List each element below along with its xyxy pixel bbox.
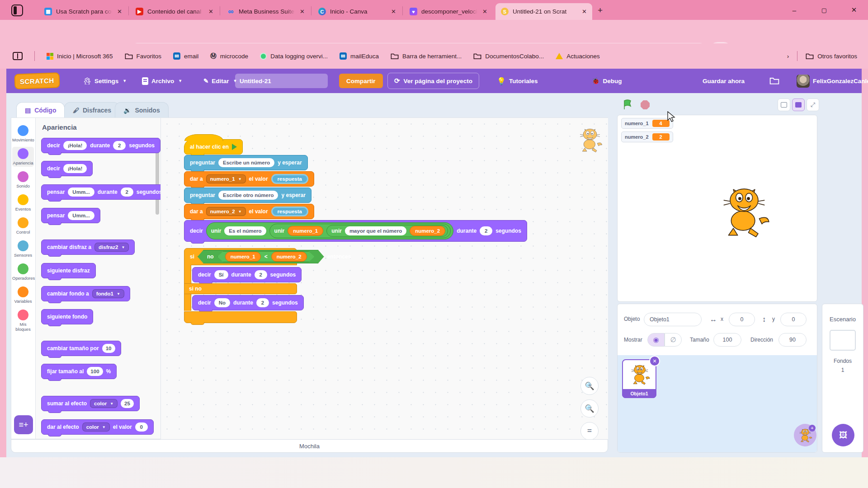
backpack-bar[interactable]: Mochila xyxy=(11,439,608,453)
category-apariencia[interactable]: Apariencia xyxy=(12,147,34,167)
browser-tab[interactable]: ▶ Contenido del canal ✕ xyxy=(130,3,219,20)
bookmark-item[interactable]: Data logging overvi... xyxy=(260,53,328,60)
save-now-button[interactable]: Guardar ahora xyxy=(703,69,745,93)
sprite-y-input[interactable]: 0 xyxy=(780,313,807,326)
palette-block-say-for[interactable]: decir¡Hola!durante2segundos xyxy=(41,138,160,153)
palette-block-set-size[interactable]: fijar tamaño al100% xyxy=(41,364,117,379)
palette-block-say[interactable]: decir¡Hola! xyxy=(41,161,93,176)
script-if-block[interactable]: si no numero_1 < numero_2 entonces xyxy=(184,248,297,265)
zoom-in-button[interactable]: 🔍+ xyxy=(580,377,599,395)
sprite-name-input[interactable]: Objeto1 xyxy=(644,313,702,326)
add-sprite-button[interactable]: + xyxy=(794,424,816,446)
large-stage-button[interactable] xyxy=(792,99,805,111)
tab-close-icon[interactable]: ✕ xyxy=(481,8,488,15)
variable-numero2[interactable]: numero_2 xyxy=(271,252,307,262)
script-ask-2[interactable]: preguntarEscribe otro númeroy esperar xyxy=(184,188,311,203)
tab-sounds[interactable]: 🔉Sonidos xyxy=(115,102,169,118)
small-stage-button[interactable] xyxy=(778,99,790,111)
palette-block-switch-backdrop[interactable]: cambiar fondo afondo1▼ xyxy=(41,286,130,301)
tutorials-button[interactable]: 💡Tutoriales xyxy=(497,69,538,93)
edit-menu[interactable]: ✎Editar▼ xyxy=(203,69,237,93)
tab-code[interactable]: ▤Código xyxy=(16,102,65,118)
bookmark-item[interactable]: Barra de herramient... xyxy=(391,53,462,60)
variable-monitor[interactable]: numero_22 xyxy=(621,131,673,142)
palette-block-change-size[interactable]: cambiar tamaño por10 xyxy=(41,341,121,356)
hide-sprite-button[interactable]: ∅ xyxy=(665,333,682,347)
sprite-x-input[interactable]: 0 xyxy=(729,313,755,326)
bookmark-item[interactable]: DocumentosColabo... xyxy=(473,53,544,60)
variable-monitor[interactable]: numero_14 xyxy=(621,118,673,129)
view-project-page-button[interactable]: ⟳Ver página del proyecto xyxy=(387,73,479,89)
fullscreen-button[interactable]: ⤢ xyxy=(807,99,819,111)
category-operadores[interactable]: Operadores xyxy=(12,263,34,281)
other-favorites[interactable]: Otros favoritos xyxy=(806,53,857,60)
account-menu[interactable]: FelixGonzalezCanle▼ xyxy=(797,69,868,93)
sprite-direction-input[interactable]: 90 xyxy=(778,333,807,347)
category-mis-bloques[interactable]: Mis bloques xyxy=(12,310,34,332)
variable-numero1[interactable]: numero_1 xyxy=(288,226,323,236)
my-stuff-folder-icon[interactable] xyxy=(769,69,779,93)
close-button[interactable]: ✕ xyxy=(844,0,864,20)
bookmark-item[interactable]: ✉email xyxy=(173,52,198,60)
stop-button[interactable] xyxy=(641,100,650,109)
script-ask-1[interactable]: preguntarEscribe un númeroy esperar xyxy=(184,155,308,170)
minimize-button[interactable]: – xyxy=(784,0,805,20)
browser-tab[interactable]: ▦ Usa Scratch para con ✕ xyxy=(39,3,127,20)
file-menu[interactable]: Archivo▼ xyxy=(142,69,182,93)
green-flag-button[interactable] xyxy=(623,99,633,112)
bookmark-item[interactable]: Inicio | Microsoft 365 xyxy=(47,53,113,60)
tab-close-icon[interactable]: ✕ xyxy=(299,8,306,15)
script-say-yes[interactable]: decirSídurante2segundos xyxy=(192,267,302,282)
add-backdrop-button[interactable]: 🖼 xyxy=(832,424,854,446)
category-variables[interactable]: Variables xyxy=(12,286,34,304)
sprite-card-objeto1[interactable]: ✕ Objeto1 xyxy=(622,359,656,398)
debug-button[interactable]: 🐞Debug xyxy=(592,69,622,93)
script-set-numero2[interactable]: dar anumero_2▼el valorrespuesta xyxy=(184,204,314,219)
tab-costumes[interactable]: 🖌Disfraces xyxy=(64,102,120,118)
category-movimiento[interactable]: Movimiento xyxy=(12,125,34,142)
zoom-out-button[interactable]: 🔍− xyxy=(580,399,599,418)
else-bar[interactable]: si no xyxy=(184,283,297,294)
browser-tab-active[interactable]: S Untitled-21 on Scrat ✕ xyxy=(495,3,592,20)
tab-close-icon[interactable]: ✕ xyxy=(581,8,588,15)
share-button[interactable]: Compartir xyxy=(339,74,383,88)
palette-block-think-for[interactable]: pensarUmm...durante2segundos xyxy=(41,184,161,200)
respuesta-reporter[interactable]: respuesta xyxy=(271,174,308,184)
category-sensores[interactable]: Sensores xyxy=(12,240,34,258)
script-when-flag-clicked[interactable]: al hacer clic en xyxy=(184,139,243,155)
code-workspace[interactable]: al hacer clic en preguntarEscribe un núm… xyxy=(161,117,608,439)
settings-menu[interactable]: Settings▼ xyxy=(84,69,127,93)
palette-block-think[interactable]: pensarUmm... xyxy=(41,208,100,223)
new-tab-button[interactable]: + xyxy=(598,5,603,15)
browser-tab[interactable]: ∞ Meta Business Suite ✕ xyxy=(222,3,310,20)
scratch-logo[interactable]: SCRATCH xyxy=(14,72,60,89)
sprite-size-input[interactable]: 100 xyxy=(713,333,741,347)
bookmark-item[interactable]: ✉mailEduca xyxy=(340,52,379,60)
show-sprite-button[interactable]: ◉ xyxy=(647,333,665,347)
stage[interactable]: numero_14 numero_22 xyxy=(617,115,817,302)
delete-sprite-icon[interactable]: ✕ xyxy=(649,356,660,366)
palette-block-set-effect[interactable]: dar al efectocolor▼el valor0 xyxy=(41,419,154,435)
browser-tab[interactable]: C Inicio - Canva ✕ xyxy=(313,3,401,20)
backdrop-thumbnail[interactable] xyxy=(830,330,856,351)
script-set-numero1[interactable]: dar anumero_1▼el valorrespuesta xyxy=(184,171,314,187)
less-than-operator[interactable]: numero_1 < numero_2 xyxy=(217,251,315,262)
bookmark-item[interactable]: Favoritos xyxy=(125,53,162,60)
bookmark-item[interactable]: Ⓜmicrocode xyxy=(210,52,248,60)
join-operator[interactable]: unir mayor que el número numero_2 xyxy=(326,225,448,237)
tab-close-icon[interactable]: ✕ xyxy=(390,8,397,15)
palette-block-next-costume[interactable]: siguiente disfraz xyxy=(41,263,96,278)
sidebar-panel-icon[interactable] xyxy=(13,52,23,60)
category-control[interactable]: Control xyxy=(12,217,34,235)
palette-block-change-effect[interactable]: sumar al efectocolor▼25 xyxy=(41,396,140,411)
category-sonido[interactable]: Sonido xyxy=(12,171,34,188)
palette-block-next-backdrop[interactable]: siguiente fondo xyxy=(41,309,93,324)
category-eventos[interactable]: Eventos xyxy=(12,194,34,211)
join-operator[interactable]: unir Es el número unir numero_1 unir may… xyxy=(206,222,453,239)
script-say-no[interactable]: decirNodurante2segundos xyxy=(192,295,304,310)
bookmarks-overflow-chevron[interactable]: › xyxy=(787,53,789,60)
script-say-join[interactable]: decir unir Es el número unir numero_1 un… xyxy=(184,220,527,242)
variable-numero2[interactable]: numero_2 xyxy=(410,226,445,236)
zoom-reset-button[interactable]: = xyxy=(580,422,599,439)
palette-block-switch-costume[interactable]: cambiar disfraz adisfraz2▼ xyxy=(41,239,135,255)
